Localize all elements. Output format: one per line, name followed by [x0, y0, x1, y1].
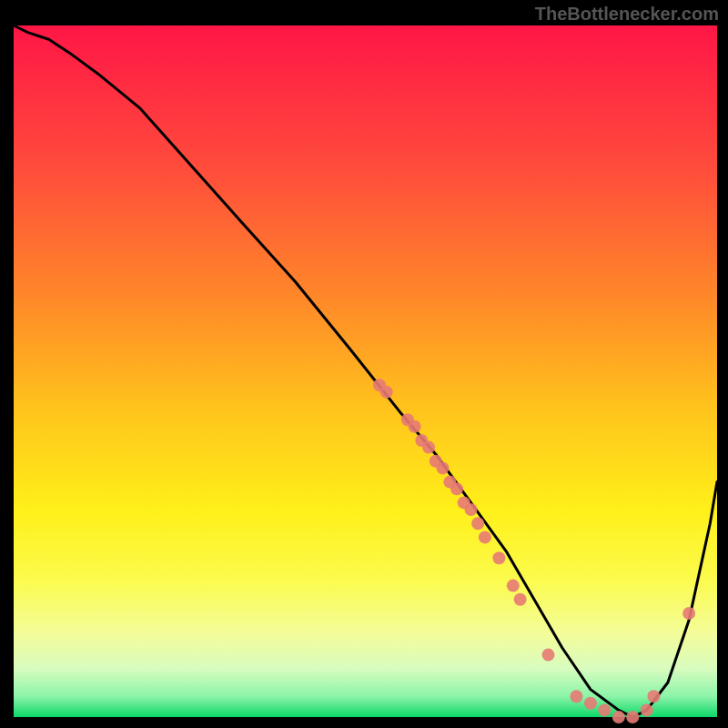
data-point	[612, 711, 625, 723]
data-point	[570, 690, 582, 703]
data-point	[465, 503, 478, 516]
data-point	[437, 461, 450, 474]
data-point	[641, 703, 653, 716]
data-point	[471, 517, 484, 530]
data-point	[626, 711, 639, 723]
plot-background	[14, 25, 717, 717]
data-point	[507, 580, 520, 592]
data-point	[682, 607, 695, 620]
data-point	[584, 697, 597, 710]
bottleneck-chart	[0, 0, 728, 728]
data-point	[409, 420, 421, 433]
data-point	[598, 703, 611, 716]
data-point	[479, 531, 491, 543]
data-point	[380, 386, 393, 399]
chart-container: TheBottlenecker.com	[0, 0, 728, 728]
data-point	[647, 690, 660, 703]
data-point	[514, 593, 527, 606]
data-point	[492, 551, 505, 564]
data-point	[450, 482, 463, 495]
watermark-text: TheBottlenecker.com	[535, 4, 719, 25]
data-point	[422, 441, 435, 454]
data-point	[542, 649, 555, 662]
